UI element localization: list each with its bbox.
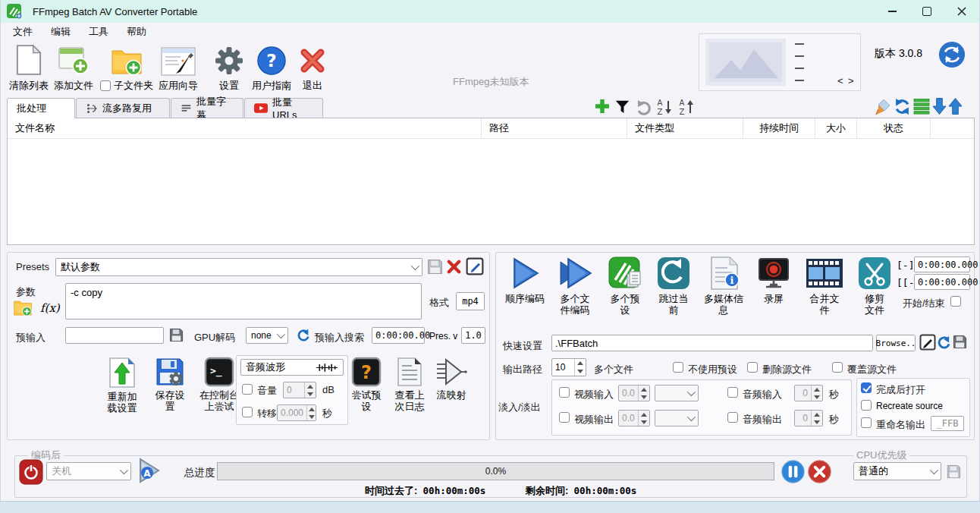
multi-preset-button[interactable]: 多个预设	[600, 256, 650, 316]
save-preset-icon[interactable]	[427, 259, 443, 275]
preset-select[interactable]: 默认参数	[55, 258, 422, 276]
screen-record-button[interactable]: 录屏	[750, 256, 797, 304]
params-textarea[interactable]: -c copy	[65, 283, 422, 319]
sort-az-asc-icon[interactable]: AZ	[678, 98, 696, 116]
subfolders-toolbutton[interactable]: 子文件夹	[98, 42, 155, 93]
save-cpu-icon[interactable]	[947, 464, 961, 479]
stream-map-button[interactable]: 流映射	[430, 357, 473, 401]
start-end-checkbox[interactable]	[950, 296, 961, 307]
user-guide-button[interactable]: ? 用户指南	[250, 42, 294, 93]
refresh-list-icon[interactable]	[894, 98, 911, 115]
fade-video-in-select[interactable]	[655, 385, 699, 401]
edit-preset-icon[interactable]	[466, 257, 484, 275]
browse-button[interactable]: Browse..	[876, 335, 916, 351]
fade-video-out-spinner[interactable]: 0.0	[618, 410, 650, 426]
folder-add-small-icon[interactable]	[13, 299, 33, 316]
media-info-button[interactable]: i 多媒体信息	[697, 256, 750, 316]
waveform-select[interactable]: 音频波形	[240, 359, 344, 376]
rename-suffix-field[interactable]: _FFB	[931, 416, 964, 431]
try-preset-button[interactable]: ? 尝试预设	[344, 357, 389, 412]
fade-video-out-checkbox[interactable]	[559, 412, 570, 423]
shift-checkbox[interactable]	[242, 407, 253, 417]
open-when-done-checkbox[interactable]	[861, 382, 872, 393]
menu-edit[interactable]: 编辑	[51, 25, 71, 39]
cpu-priority-select[interactable]: 普通的	[853, 462, 941, 480]
seek-time-field[interactable]: 0:00:00.00	[372, 327, 425, 344]
filter-icon[interactable]	[614, 99, 630, 115]
tab-batch[interactable]: 批处理	[7, 98, 75, 118]
multi-count-spinner[interactable]: 10	[551, 358, 586, 376]
recreate-source-checkbox[interactable]	[861, 400, 872, 411]
volume-checkbox[interactable]	[242, 384, 253, 395]
tab-subtitles[interactable]: 批量字幕	[171, 98, 243, 118]
column-header-duration[interactable]: 持续时间	[743, 118, 815, 138]
multi-file-encode-button[interactable]: 多个文件编码	[550, 256, 600, 316]
menu-help[interactable]: 帮助	[127, 25, 146, 39]
clean-brush-icon[interactable]	[873, 98, 891, 116]
save-path-icon[interactable]	[953, 335, 967, 349]
sequential-encode-button[interactable]: 顺序编码	[500, 256, 550, 304]
preinput-search-label[interactable]: 预输入搜索	[315, 331, 364, 345]
preview-prev-button[interactable]: <	[837, 75, 843, 87]
wizard-button[interactable]: 应用向导	[154, 42, 203, 93]
column-header-path[interactable]: 路径	[482, 118, 627, 138]
refresh-path-icon[interactable]	[937, 335, 951, 349]
file-list-table[interactable]: 文件名称 路径 文件类型 持续时间 大小 状态	[7, 118, 975, 245]
save-settings-button[interactable]: 保存设置	[148, 357, 192, 412]
maximize-button[interactable]	[909, 0, 944, 23]
fx-icon[interactable]: f(x)	[40, 301, 60, 315]
close-button[interactable]	[944, 0, 979, 23]
edit-path-icon[interactable]	[919, 334, 936, 351]
delete-preset-icon[interactable]	[446, 259, 462, 275]
fade-video-in-spinner[interactable]: 0.0	[618, 385, 650, 401]
undo-icon[interactable]	[635, 99, 652, 115]
output-path-field[interactable]: .\FFBatch	[551, 335, 873, 351]
column-header-size[interactable]: 大小	[815, 118, 857, 138]
column-header-name[interactable]: 文件名称	[8, 118, 482, 138]
fade-audio-out-checkbox[interactable]	[727, 412, 738, 423]
add-to-list-icon[interactable]	[594, 98, 611, 115]
tab-mux[interactable]: 流多路复用	[76, 98, 170, 118]
gpu-decode-select[interactable]: none	[246, 327, 288, 344]
tab-urls[interactable]: 批量 URLs	[244, 98, 323, 118]
overwrite-source-checkbox[interactable]	[832, 362, 843, 373]
pause-button[interactable]	[781, 460, 805, 483]
minimize-button[interactable]	[875, 0, 909, 23]
preinput-field[interactable]	[65, 327, 164, 344]
fade-audio-in-spinner[interactable]: 0	[794, 385, 823, 401]
update-refresh-icon[interactable]	[938, 41, 966, 68]
add-files-button[interactable]: 添加文件	[51, 42, 96, 93]
preview-next-button[interactable]: >	[848, 75, 854, 87]
clear-list-button[interactable]: 清除列表	[7, 42, 51, 93]
fade-video-out-select[interactable]	[655, 410, 699, 426]
stop-button[interactable]	[808, 460, 831, 483]
delete-source-checkbox[interactable]	[747, 362, 758, 373]
rename-output-checkbox[interactable]	[861, 417, 872, 428]
preset-version-field[interactable]: 1.0	[461, 327, 485, 344]
no-preset-checkbox[interactable]	[673, 362, 683, 373]
fade-video-in-checkbox[interactable]	[559, 387, 570, 398]
move-up-icon[interactable]	[948, 97, 963, 115]
sort-az-desc-icon[interactable]: AZ	[656, 98, 674, 116]
save-preinput-icon[interactable]	[169, 328, 184, 342]
volume-spinner[interactable]: 0	[283, 382, 316, 398]
autoshutdown-icon[interactable]: A	[136, 457, 162, 484]
preinput-search-icon[interactable]	[297, 328, 310, 341]
menu-tools[interactable]: 工具	[89, 25, 108, 39]
fade-audio-out-spinner[interactable]: 0	[794, 410, 823, 426]
subfolders-checkbox[interactable]	[100, 80, 111, 91]
trim-start-field[interactable]: 0:00:00.000	[914, 256, 970, 272]
fade-audio-in-checkbox[interactable]	[727, 387, 738, 398]
column-header-type[interactable]: 文件类型	[627, 118, 743, 138]
list-lines-icon[interactable]	[913, 98, 930, 115]
trim-files-button[interactable]: 修剪文件	[853, 256, 896, 316]
power-icon[interactable]	[19, 459, 43, 485]
reload-settings-button[interactable]: 重新加载设置	[98, 357, 146, 414]
menu-file[interactable]: 文件	[13, 25, 33, 39]
view-log-button[interactable]: 查看上次日志	[388, 357, 432, 412]
skip-current-button[interactable]: 跳过当前	[650, 256, 697, 316]
exit-button[interactable]: 退出	[295, 42, 330, 93]
shutdown-select[interactable]: 关机	[46, 462, 131, 480]
column-header-status[interactable]: 状态	[857, 118, 931, 138]
trim-end-field[interactable]: 0:00:00.000	[914, 274, 970, 290]
